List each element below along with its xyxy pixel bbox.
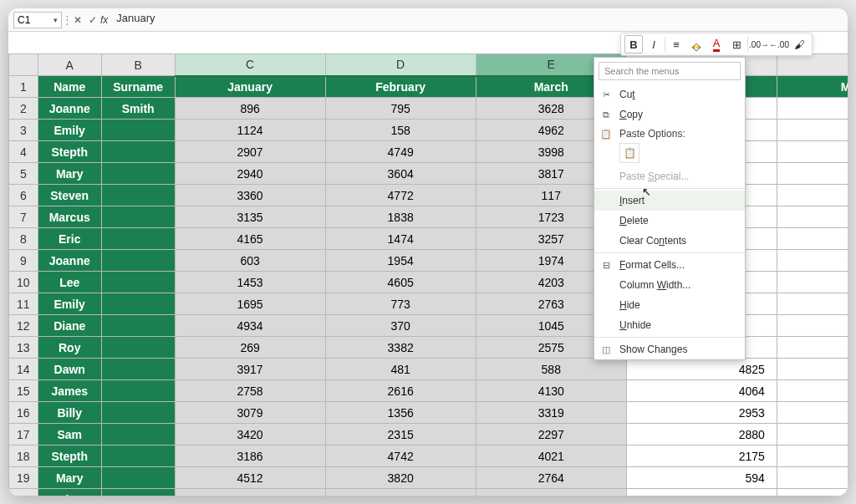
row-head[interactable]: 4 <box>9 141 38 163</box>
name-cell[interactable]: Mary <box>38 163 101 185</box>
row-head[interactable]: 10 <box>9 272 38 293</box>
name-cell[interactable]: James <box>38 380 101 402</box>
data-cell[interactable]: 2318 <box>777 359 848 380</box>
data-cell[interactable]: 525 <box>777 228 848 250</box>
data-cell[interactable]: 4947 <box>777 467 848 489</box>
ctx-clear-contents[interactable]: Clear Contents <box>594 231 745 251</box>
data-cell[interactable]: 588 <box>476 359 626 380</box>
data-cell[interactable]: 3123 <box>777 315 848 337</box>
name-cell[interactable]: Joanne <box>38 250 101 272</box>
data-cell[interactable]: 481 <box>325 359 476 380</box>
data-cell[interactable]: 2880 <box>626 424 777 445</box>
data-cell[interactable]: 1474 <box>325 228 476 250</box>
data-cell[interactable]: 1691 <box>777 120 848 141</box>
fx-icon[interactable]: fx <box>100 14 108 26</box>
data-cell[interactable]: 4825 <box>626 359 777 380</box>
fill-color-button[interactable]: ◇ <box>687 35 706 53</box>
name-cell[interactable]: Emily <box>38 293 101 315</box>
surname-cell[interactable]: Smith <box>101 98 175 120</box>
name-cell[interactable]: Stepth <box>38 445 101 467</box>
data-cell[interactable]: 2315 <box>325 424 476 445</box>
data-cell[interactable]: 2616 <box>325 380 476 402</box>
data-cell[interactable]: 2491 <box>777 206 848 228</box>
cancel-formula-icon[interactable]: ✕ <box>70 14 85 26</box>
decimal-inc-button[interactable]: .00→ <box>750 35 768 53</box>
name-cell[interactable]: Billy <box>38 402 101 424</box>
ctx-cut[interactable]: ✂Cut <box>594 84 745 104</box>
data-cell[interactable]: 2953 <box>626 402 777 424</box>
data-cell[interactable]: 3135 <box>175 206 325 228</box>
data-cell[interactable]: 3820 <box>325 467 476 489</box>
row-head[interactable]: 11 <box>9 293 38 315</box>
data-cell[interactable]: 896 <box>175 98 325 120</box>
name-cell[interactable]: Emily <box>38 120 101 141</box>
row-head[interactable]: 15 <box>9 380 38 402</box>
row-head[interactable]: 8 <box>9 228 38 250</box>
enter-formula-icon[interactable]: ✓ <box>85 14 100 26</box>
data-cell[interactable]: 4290 <box>777 424 848 445</box>
data-cell[interactable]: 1690 <box>777 489 848 496</box>
row-head[interactable]: 17 <box>9 424 38 445</box>
surname-cell[interactable] <box>101 272 175 293</box>
data-cell[interactable]: 3604 <box>325 163 476 185</box>
ctx-show-changes[interactable]: ◫Show Changes <box>594 339 745 359</box>
name-cell[interactable]: Roy <box>38 337 101 359</box>
ctx-unhide[interactable]: Unhide <box>594 315 745 335</box>
italic-button[interactable]: I <box>645 35 663 53</box>
data-cell[interactable]: 521 <box>777 293 848 315</box>
data-cell[interactable]: 3420 <box>175 424 325 445</box>
name-box[interactable]: C1 ▾ <box>13 12 62 28</box>
header-feb[interactable]: February <box>325 76 476 98</box>
ctx-delete[interactable]: Delete <box>594 211 745 231</box>
data-cell[interactable]: 4286 <box>777 445 848 467</box>
context-menu-search[interactable]: Search the menus <box>599 62 741 80</box>
data-cell[interactable]: 1695 <box>175 293 325 315</box>
data-cell[interactable]: 658 <box>777 402 848 424</box>
surname-cell[interactable] <box>101 250 175 272</box>
data-cell[interactable]: 4064 <box>626 380 777 402</box>
data-cell[interactable]: 1615 <box>325 489 476 496</box>
name-cell[interactable]: Lee <box>38 272 101 293</box>
data-cell[interactable]: 2012 <box>777 337 848 359</box>
data-cell[interactable]: 2969 <box>777 185 848 206</box>
name-cell[interactable]: Mary <box>38 467 101 489</box>
col-head-g[interactable]: G <box>777 54 848 76</box>
data-cell[interactable]: 3360 <box>175 185 325 206</box>
col-head-c[interactable]: C <box>175 54 325 76</box>
row-head[interactable]: 14 <box>9 359 38 380</box>
row-head[interactable]: 19 <box>9 467 38 489</box>
ctx-paste-btn[interactable]: 📋 <box>619 143 639 163</box>
data-cell[interactable]: 1453 <box>175 272 325 293</box>
data-cell[interactable]: 1598 <box>777 141 848 163</box>
header-jan[interactable]: January <box>175 76 325 98</box>
data-cell[interactable]: 3124 <box>777 380 848 402</box>
row-head[interactable]: 3 <box>9 120 38 141</box>
name-cell[interactable]: Steven <box>38 185 101 206</box>
data-cell[interactable]: 4130 <box>476 380 626 402</box>
data-cell[interactable]: 4021 <box>476 445 626 467</box>
select-all-corner[interactable] <box>9 54 38 76</box>
data-cell[interactable]: 158 <box>325 120 476 141</box>
row-head[interactable]: 7 <box>9 206 38 228</box>
row-head[interactable]: 13 <box>9 337 38 359</box>
data-cell[interactable]: 4665 <box>626 489 777 496</box>
ctx-hide[interactable]: Hide <box>594 295 745 315</box>
data-cell[interactable]: 2940 <box>175 163 325 185</box>
header-surname[interactable]: Surname <box>101 76 175 98</box>
surname-cell[interactable] <box>101 141 175 163</box>
name-cell[interactable]: Joanne <box>38 98 101 120</box>
data-cell[interactable]: 2764 <box>476 467 626 489</box>
surname-cell[interactable] <box>101 163 175 185</box>
surname-cell[interactable] <box>101 467 175 489</box>
data-cell[interactable]: 4512 <box>175 467 325 489</box>
surname-cell[interactable] <box>101 337 175 359</box>
name-cell[interactable]: Glen <box>38 489 101 496</box>
ctx-insert[interactable]: Insert <box>594 191 745 211</box>
data-cell[interactable]: 4165 <box>175 228 325 250</box>
surname-cell[interactable] <box>101 185 175 206</box>
surname-cell[interactable] <box>101 120 175 141</box>
formula-input[interactable]: January <box>113 12 843 28</box>
data-cell[interactable]: 594 <box>626 467 777 489</box>
data-cell[interactable]: 2297 <box>476 424 626 445</box>
col-head-a[interactable]: A <box>38 54 101 76</box>
